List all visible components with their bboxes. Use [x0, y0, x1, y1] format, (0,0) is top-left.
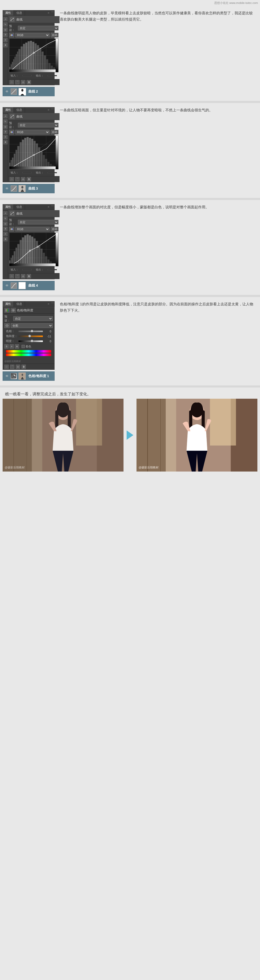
layer-eye-curve4[interactable]: 👁	[5, 283, 9, 288]
panel-minimize-1[interactable]: —	[51, 10, 55, 16]
layer-strip-curve4: 👁 曲线 4	[3, 281, 55, 290]
desc-text-hue1: 色相/饱和度 1的作用是让皮肤的饱和度降低，注意只是皮肤的部分。因为在前面的操作…	[60, 301, 256, 313]
tool-draw-4[interactable]: ✎	[3, 216, 8, 221]
svg-rect-18	[35, 43, 36, 72]
svg-rect-11	[19, 49, 21, 72]
tool-eyedrop1-3[interactable]: 𝕴	[3, 130, 8, 134]
photo-watermark-before: @摄影后期教材	[5, 466, 25, 469]
svg-rect-110	[3, 399, 32, 471]
channel-select-curve4[interactable]: RGB	[15, 227, 50, 231]
panel-area-curve3: 属性 信息 » — ↗ ✎ ◎ 𝕴 𝔎 𝕶	[0, 106, 57, 195]
svg-rect-13	[23, 44, 25, 72]
eyedropper-icon-3[interactable]: 𝕶	[15, 344, 19, 348]
tool-draw[interactable]: ✎	[3, 22, 8, 27]
svg-rect-19	[37, 45, 39, 72]
svg-rect-99	[7, 309, 8, 312]
svg-rect-48	[29, 138, 31, 169]
saturation-slider-thumb[interactable]	[29, 335, 31, 337]
preset-select-hue[interactable]: 自定	[13, 316, 53, 321]
tool-target-4[interactable]: ◎	[3, 221, 8, 226]
svg-rect-78	[24, 235, 26, 266]
toolbar-delete-icon-3[interactable]: 🗑	[27, 177, 31, 181]
range-select-hue[interactable]: 全图	[11, 323, 53, 328]
panel-content-curve3: 曲线 预设： 自定	[8, 113, 60, 182]
toolbar-eye-icon-4[interactable]: ◎	[21, 274, 25, 278]
attr-info-bar-4: 属性 信息 » —	[3, 301, 55, 307]
toolbar-mask-icon-h[interactable]: □	[5, 364, 9, 369]
panel-minimize-2[interactable]: —	[51, 107, 55, 113]
preset-row-curve4: 预设： 自定	[9, 218, 59, 226]
channel-select-curve3[interactable]: RGB	[15, 130, 50, 134]
toolbar-delete-icon-4[interactable]: 🗑	[27, 274, 31, 278]
svg-rect-44	[20, 142, 22, 169]
hue-slider-thumb[interactable]	[31, 330, 33, 332]
tool-eyedrop1[interactable]: 𝕴	[3, 33, 8, 37]
attr-tab-info-4[interactable]: 信息	[14, 301, 25, 307]
tool-pointer[interactable]: ↗	[3, 17, 8, 21]
channel-select-curve2[interactable]: RGB	[15, 33, 50, 37]
toolbar-curve-icon-h[interactable]: ⌒	[10, 364, 14, 369]
toolbar-mask-icon[interactable]: □	[10, 80, 14, 84]
toolbar-curve-icon-3[interactable]: ⌒	[15, 177, 19, 181]
tools-strip-curve3: ↗ ✎ ◎ 𝕴 𝔎 𝕶	[3, 113, 8, 182]
toolbar-eye-icon-3[interactable]: ◎	[21, 177, 25, 181]
saturation-slider-track[interactable]	[19, 336, 43, 337]
tool-eyedrop2[interactable]: 𝔎	[3, 38, 8, 42]
layer-eye-hue1[interactable]: 👁	[5, 374, 9, 378]
hue-slider-track[interactable]	[19, 331, 43, 332]
toolbar-curve-icon[interactable]: ⌒	[15, 80, 19, 84]
lightness-slider-row: 明度： 0	[5, 339, 53, 344]
input-value-curve4	[22, 269, 32, 270]
preset-select-curve3[interactable]: 自定	[18, 123, 59, 127]
lightness-slider-track[interactable]	[19, 340, 43, 342]
lightness-slider-thumb[interactable]	[31, 340, 33, 342]
toolbar-eye-icon-h[interactable]: ◎	[16, 364, 20, 369]
layer-eye-curve2[interactable]: 👁	[5, 89, 9, 94]
tool-eyedrop3-4[interactable]: 𝕶	[3, 237, 8, 241]
layer-strip-curve2: 👁	[3, 87, 55, 96]
layer-eye-curve3[interactable]: 👁	[5, 186, 9, 191]
channel-row-curve4: RGB 自动	[9, 227, 59, 231]
attr-tab-info[interactable]: 信息	[14, 10, 25, 16]
attr-tab-properties-3[interactable]: 属性	[3, 204, 14, 210]
curves-inner-curve4: 预设： 自定	[8, 217, 60, 273]
tool-eyedrop3[interactable]: 𝕶	[3, 43, 8, 47]
tool-eyedrop3-3[interactable]: 𝕶	[3, 140, 8, 144]
curves-canvas-curve3	[9, 135, 59, 169]
attr-tab-properties[interactable]: 属性	[3, 10, 14, 16]
attr-tab-properties-2[interactable]: 属性	[3, 107, 14, 113]
toolbar-mask-icon-4[interactable]: □	[10, 274, 14, 278]
tool-eyedrop1-4[interactable]: 𝕴	[3, 227, 8, 231]
tool-eyedrop2-4[interactable]: 𝔎	[3, 232, 8, 236]
tool-pointer-4[interactable]: ↗	[3, 211, 8, 215]
tool-target[interactable]: ◎	[3, 27, 8, 32]
preset-select-curve2[interactable]: 自定	[18, 26, 59, 30]
tool-target-3[interactable]: ◎	[3, 124, 8, 129]
toolbar-delete-icon[interactable]: 🗑	[27, 80, 31, 84]
io-row-curve4: 输入： 输出：	[9, 267, 59, 272]
eyedropper-icon-1[interactable]: 𝕴	[5, 344, 9, 348]
panel-title-icon-curve4	[10, 211, 15, 216]
toolbar-curve-icon-4[interactable]: ⌒	[15, 274, 19, 278]
tool-draw-3[interactable]: ✎	[3, 119, 8, 124]
attr-tab-info-2[interactable]: 信息	[14, 107, 25, 113]
toolbar-delete-icon-h[interactable]: 🗑	[22, 364, 26, 369]
full-panel-curve2: ↗ ✎ ◎ 𝕴 𝔎 𝕶	[3, 16, 55, 85]
eyedropper-icon-2[interactable]: 𝔎	[10, 344, 14, 348]
svg-rect-47	[27, 137, 29, 169]
attr-tab-properties-4[interactable]: 属性	[3, 301, 14, 307]
tool-eyedrop2-3[interactable]: 𝔎	[3, 135, 8, 139]
full-panel-curve3: ↗ ✎ ◎ 𝕴 𝔎 𝕶 曲线	[3, 113, 55, 182]
ps-panel-header-curve4: 曲线	[8, 210, 60, 217]
svg-rect-43	[17, 146, 19, 169]
svg-rect-17	[32, 42, 34, 72]
panel-minimize-4[interactable]: —	[51, 301, 55, 307]
preset-select-curve4[interactable]: 自定	[18, 220, 59, 224]
toolbar-mask-icon-3[interactable]: □	[10, 177, 14, 181]
colorize-checkbox[interactable]	[22, 345, 25, 348]
toolbar-eye-icon[interactable]: ◎	[21, 80, 25, 84]
panel-minimize-3[interactable]: —	[51, 204, 55, 210]
tool-pointer-3[interactable]: ↗	[3, 114, 8, 118]
arrow-box	[124, 399, 136, 471]
attr-tab-info-3[interactable]: 信息	[14, 204, 25, 210]
